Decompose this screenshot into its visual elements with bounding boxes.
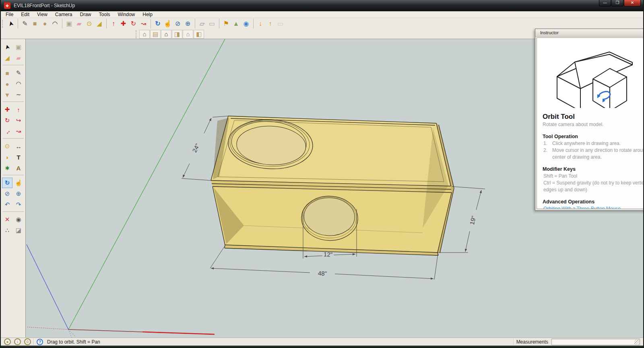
move-tool-icon[interactable]: ✚ xyxy=(2,104,12,115)
push-pull-icon[interactable]: ↑ xyxy=(13,104,24,115)
dimension-tool-icon[interactable]: ↔ xyxy=(13,141,24,151)
palette-divider[interactable] xyxy=(3,211,24,214)
tape-measure-icon[interactable]: ⊙ xyxy=(2,141,12,151)
push-pull-icon[interactable]: ↑ xyxy=(106,19,118,29)
menu-help[interactable]: Help xyxy=(139,12,156,17)
sketchup-logo-icon: ❖ xyxy=(4,2,10,9)
palette-divider[interactable] xyxy=(3,138,24,141)
menu-tools[interactable]: Tools xyxy=(96,12,114,17)
eraser-tool-icon[interactable]: ▰ xyxy=(13,53,24,63)
view-left-icon[interactable]: ◧ xyxy=(194,30,204,39)
view-right-icon[interactable]: ◨ xyxy=(172,30,182,39)
circle-tool-icon[interactable]: ● xyxy=(2,79,12,89)
dimension-48: 48" xyxy=(318,270,327,277)
menu-draw[interactable]: Draw xyxy=(77,12,95,17)
rotate-tool-icon[interactable]: ↻ xyxy=(128,19,138,29)
line-tool-icon[interactable]: ✎ xyxy=(18,19,30,29)
arc-tool-icon[interactable]: ◠ xyxy=(13,79,24,89)
menu-view[interactable]: View xyxy=(34,12,51,17)
instructor-text: Orbit Tool Rotate camera about model. To… xyxy=(537,110,644,209)
resize-grip[interactable] xyxy=(634,340,640,345)
window-title: EVIL18FrontPort - SketchUp xyxy=(14,3,75,8)
make-component-icon[interactable]: ▣ xyxy=(62,19,74,29)
modifier-keys-heading: Modifier Keys xyxy=(543,166,644,172)
select-tool-icon[interactable]: ➤ xyxy=(5,17,17,29)
tool-subtitle: Rotate camera about model. xyxy=(543,122,644,127)
minimize-button[interactable]: — xyxy=(599,0,611,6)
instructor-title-bar[interactable]: Instructor xyxy=(535,29,644,37)
share-model-icon[interactable]: ↑ xyxy=(265,19,275,29)
measurements-input[interactable] xyxy=(551,339,640,345)
tape-measure-icon[interactable]: ⊙ xyxy=(84,19,94,29)
toggle-terrain-icon[interactable]: ▲ xyxy=(231,19,241,29)
text-tool-icon[interactable]: T xyxy=(13,152,24,162)
select-tool-icon[interactable]: ➤ xyxy=(1,41,14,54)
line-tool-icon[interactable]: ✎ xyxy=(13,68,24,78)
walk-tool-icon[interactable]: ∴ xyxy=(2,225,12,236)
offset-tool-icon[interactable]: ↝ xyxy=(138,19,149,29)
arc-tool-icon[interactable]: ◠ xyxy=(50,19,60,29)
views-toolbar: ⌂▤⌂◨⌂◧ xyxy=(134,29,204,39)
menu-window[interactable]: Window xyxy=(115,12,138,17)
geolocation-status-icon[interactable]: ● xyxy=(4,338,11,345)
circle-tool-icon[interactable]: ● xyxy=(40,19,50,29)
extension-warehouse-icon[interactable]: ▭ xyxy=(275,19,285,29)
view-top-icon[interactable]: ▤ xyxy=(150,30,161,39)
pan-tool-icon[interactable]: ☝ xyxy=(163,19,173,29)
menu-file[interactable]: File xyxy=(2,12,17,17)
advanced-operations-links: Orbiting With a Three-Button MouseSuspen… xyxy=(543,206,644,209)
get-models-icon[interactable]: ↓ xyxy=(253,19,265,29)
link-orbiting-three-button-mouse[interactable]: Orbiting With a Three-Button Mouse xyxy=(543,206,644,209)
zoom-extents-icon[interactable]: ⊕ xyxy=(183,19,193,29)
view-back-icon[interactable]: ⌂ xyxy=(183,30,193,39)
follow-me-icon[interactable]: ↪ xyxy=(13,115,24,126)
toolbar-handle[interactable] xyxy=(2,20,4,28)
look-around-icon[interactable]: ◉ xyxy=(13,214,24,225)
model-info-icon[interactable]: i xyxy=(14,338,21,345)
close-button[interactable]: ✕ xyxy=(624,0,641,6)
palette-divider[interactable] xyxy=(3,65,24,68)
offset-tool-icon[interactable]: ↝ xyxy=(13,126,24,137)
maximize-button[interactable]: ❐ xyxy=(611,0,623,6)
freehand-tool-icon[interactable]: ∼ xyxy=(13,89,24,100)
eraser-tool-icon[interactable]: ▰ xyxy=(74,19,84,29)
advanced-operations-heading: Advanced Operations xyxy=(543,199,644,205)
make-component-icon[interactable]: ▣ xyxy=(13,42,24,52)
previous-view-icon[interactable]: ▱ xyxy=(195,19,207,29)
move-tool-icon[interactable]: ✚ xyxy=(118,19,128,29)
title-bar: ❖ EVIL18FrontPort - SketchUp —❐✕ xyxy=(1,0,643,11)
add-location-icon[interactable]: ⚑ xyxy=(219,19,231,29)
axes-tool-icon[interactable]: ∗ xyxy=(2,163,12,173)
zoom-extents-icon[interactable]: ⊕ xyxy=(13,188,24,199)
getting-started-toolbar: ➤✎■●◠▣▰⊙◢↑✚↻↝↻☝⊘⊕▱▭⚑▲◉↓↑▭ xyxy=(1,18,643,29)
zoom-tool-icon[interactable]: ⊘ xyxy=(2,188,12,199)
position-camera-icon[interactable]: ✕ xyxy=(2,214,12,225)
palette-divider[interactable] xyxy=(3,102,24,104)
protractor-tool-icon[interactable]: ◗ xyxy=(2,152,12,162)
rectangle-tool-icon[interactable]: ■ xyxy=(2,68,12,78)
view-iso-icon[interactable]: ⌂ xyxy=(139,30,150,39)
orbit-tool-icon[interactable]: ↻ xyxy=(2,178,12,188)
enclosure-model[interactable] xyxy=(211,116,454,255)
toolbar-handle[interactable] xyxy=(136,30,138,38)
pan-tool-icon[interactable]: ☝ xyxy=(13,178,24,188)
section-plane-icon[interactable]: ◪ xyxy=(13,225,24,236)
polygon-tool-icon[interactable]: ▼ xyxy=(2,89,12,100)
orbit-tool-icon[interactable]: ↻ xyxy=(151,19,163,29)
3d-text-tool-icon[interactable]: A xyxy=(13,163,24,173)
rectangle-tool-icon[interactable]: ■ xyxy=(30,19,40,29)
menu-edit[interactable]: Edit xyxy=(18,12,33,17)
view-front-icon[interactable]: ⌂ xyxy=(161,30,171,39)
zoom-previous-icon[interactable]: ↶ xyxy=(2,199,12,210)
menu-camera[interactable]: Camera xyxy=(52,12,76,17)
zoom-tool-icon[interactable]: ⊘ xyxy=(173,19,183,29)
paint-bucket-icon[interactable]: ◢ xyxy=(94,19,104,29)
google-earth-icon[interactable]: ◉ xyxy=(241,19,251,29)
zoom-next-icon[interactable]: ↷ xyxy=(13,199,24,210)
credits-icon[interactable]: © xyxy=(24,338,31,345)
paint-bucket-icon[interactable]: ◢ xyxy=(2,53,12,63)
scale-tool-icon[interactable]: ↔ xyxy=(0,124,14,139)
help-icon[interactable]: ? xyxy=(37,339,43,345)
next-view-icon[interactable]: ▭ xyxy=(207,19,217,29)
palette-divider[interactable] xyxy=(3,175,24,178)
